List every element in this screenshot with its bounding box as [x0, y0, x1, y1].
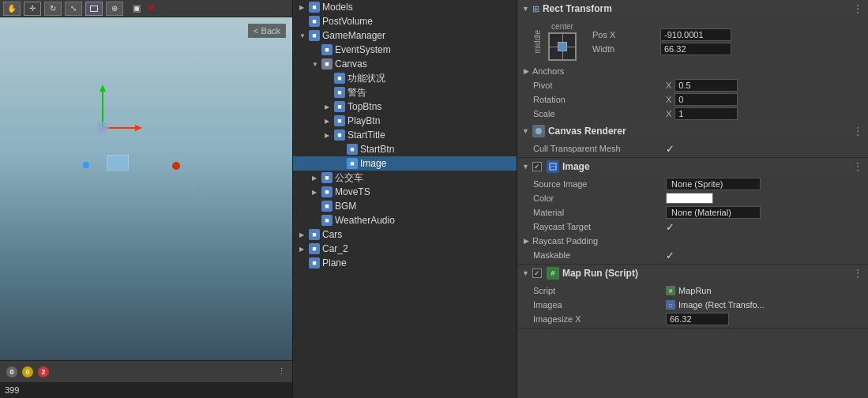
hierarchy-item-models[interactable]: ▶ ■ Models: [293, 0, 517, 14]
hierarchy-item-playbtn[interactable]: ▶ ■ PlayBtn: [293, 114, 517, 128]
width-input[interactable]: [660, 43, 731, 55]
hierarchy-item-plane[interactable]: ■ Plane: [293, 256, 517, 270]
rect-transform-widget[interactable]: [548, 32, 577, 61]
imagesize-value: [666, 313, 862, 325]
color-row: Color: [517, 191, 868, 205]
maskable-value: ✓: [666, 250, 862, 261]
pos-x-input[interactable]: [660, 28, 731, 41]
pivot-x-input[interactable]: [674, 79, 738, 92]
rotation-x-input[interactable]: [674, 93, 738, 106]
expand-icon-starttitle: ▶: [325, 132, 334, 139]
scale-x-input[interactable]: [674, 107, 738, 120]
close-icon[interactable]: ✕: [147, 2, 156, 14]
hierarchy-item-eventsystem[interactable]: ■ EventSystem: [293, 43, 517, 57]
pivot-row: Pivot X: [517, 78, 868, 92]
cull-mesh-label: Cull Transparent Mesh: [524, 144, 666, 153]
hierarchy-item-image[interactable]: ■ Image: [293, 156, 517, 171]
image-component-menu-icon[interactable]: ⋮: [852, 160, 863, 173]
alert-label: 警告: [348, 86, 366, 100]
raycast-padding-collapse[interactable]: ▶: [524, 237, 529, 245]
more-options-icon[interactable]: ⋮: [277, 366, 286, 377]
hierarchy-item-gamemanager[interactable]: ▼ ■ GameManager: [293, 28, 517, 43]
canvas-renderer-header[interactable]: ▼ Canvas Renderer ⋮: [517, 122, 868, 140]
map-run-header[interactable]: ▼ ✓ # Map Run (Script) ⋮: [517, 265, 868, 282]
transform-label: ▣: [133, 3, 141, 13]
error-icon: 2: [38, 366, 49, 377]
cars-label: Cars: [322, 229, 342, 240]
imagea-name[interactable]: Image (Rect Transfo...: [678, 300, 765, 310]
map-run-label: Map Run (Script): [562, 268, 638, 279]
imagea-value: :: Image (Rect Transfo...: [666, 300, 862, 310]
rect-tool-btn[interactable]: [85, 2, 103, 16]
anchors-collapse[interactable]: ▶: [524, 67, 529, 75]
raycast-target-checkmark: ✓: [666, 221, 674, 233]
rect-transform-header[interactable]: ▼ ⊞ Rect Transform ⋮: [517, 0, 868, 17]
hierarchy-item-status[interactable]: ■ 功能状况: [293, 71, 517, 85]
status-icon: ■: [334, 73, 345, 84]
scene-bottom-bar: 0 0 2 ⋮: [0, 360, 292, 382]
hierarchy-item-weatheraudio[interactable]: ■ WeatherAudio: [293, 213, 517, 227]
hierarchy-item-alert[interactable]: ■ 警告: [293, 85, 517, 100]
hierarchy-item-startbtn[interactable]: ■ StartBtn: [293, 142, 517, 156]
material-value: None (Material): [666, 206, 862, 219]
hierarchy-item-bus[interactable]: ▶ ■ 公交车: [293, 171, 517, 185]
hierarchy-item-starttitle[interactable]: ▶ ■ StartTitle: [293, 128, 517, 142]
imagesize-x-input[interactable]: [666, 313, 729, 325]
scale-label: Scale: [524, 109, 666, 118]
color-swatch[interactable]: [666, 193, 713, 204]
scene-object: [107, 155, 129, 171]
anchors-row: ▶ Anchors: [517, 64, 868, 78]
color-label: Color: [524, 193, 666, 203]
maprun-icon: #: [547, 267, 559, 280]
collapse-arrow-image: ▼: [522, 163, 529, 171]
hierarchy-item-postvolume[interactable]: ■ PostVolume: [293, 14, 517, 28]
scale-x-label: X: [666, 109, 671, 118]
map-run-menu-icon[interactable]: ⋮: [852, 267, 863, 280]
image-component-header[interactable]: ▼ ✓ Image ⋮: [517, 158, 868, 175]
bgm-label: BGM: [335, 201, 356, 212]
hierarchy-item-canvas[interactable]: ▼ ■ Canvas: [293, 57, 517, 71]
canvas-renderer-menu-icon[interactable]: ⋮: [852, 125, 863, 137]
back-button[interactable]: < Back: [248, 24, 286, 38]
svg-marker-1: [100, 84, 106, 92]
rect-transform-menu-icon[interactable]: ⋮: [852, 2, 863, 15]
car2-label: Car_2: [322, 243, 348, 254]
transform-tool-btn[interactable]: ⊕: [106, 2, 123, 16]
width-label: Width: [592, 44, 656, 54]
material-field[interactable]: None (Material): [666, 206, 761, 219]
rotation-x-label: X: [666, 95, 671, 104]
color-value[interactable]: [666, 193, 862, 204]
pos-x-label: Pos X: [592, 30, 656, 39]
warning-badge: 0: [22, 366, 33, 377]
hierarchy-item-topbtns[interactable]: ▶ ■ TopBtns: [293, 100, 517, 114]
expand-icon-movets: ▶: [312, 189, 321, 196]
script-name[interactable]: MapRun: [678, 286, 712, 295]
image-component-section: ▼ ✓ Image ⋮ Source Image None (Sprite) C…: [517, 158, 868, 265]
scene-view[interactable]: < Back: [0, 17, 292, 360]
hierarchy-item-cars[interactable]: ▶ ■ Cars: [293, 227, 517, 242]
expand-icon-canvas: ▼: [312, 61, 321, 68]
hierarchy-item-bgm[interactable]: ■ BGM: [293, 199, 517, 213]
red-dot: [172, 162, 180, 170]
move-tool-btn[interactable]: ✛: [24, 2, 41, 16]
rotate-tool-btn[interactable]: ↻: [44, 2, 62, 16]
warning-icon: 0: [22, 366, 33, 377]
info-badge: 0: [6, 366, 17, 377]
expand-icon-car2: ▶: [299, 246, 309, 253]
raycast-target-value: ✓: [666, 221, 862, 233]
cull-mesh-checkmark: ✓: [666, 143, 674, 155]
source-image-row: Source Image None (Sprite): [517, 177, 868, 191]
map-run-section: ▼ ✓ # Map Run (Script) ⋮ Script # MapRun…: [517, 265, 868, 329]
maprun-enabled-checkbox[interactable]: ✓: [532, 268, 542, 278]
source-image-field[interactable]: None (Sprite): [666, 178, 761, 190]
expand-icon-playbtn: ▶: [325, 118, 334, 125]
scale-tool-btn[interactable]: ⤡: [65, 2, 82, 16]
rect-transform-label: Rect Transform: [543, 3, 612, 14]
hand-tool-btn[interactable]: ✋: [3, 2, 21, 16]
collapse-arrow-rect: ▼: [522, 5, 529, 13]
image-icon: ■: [347, 158, 358, 169]
bgm-icon: ■: [321, 201, 333, 212]
hierarchy-item-movets[interactable]: ▶ ■ MoveTS: [293, 185, 517, 199]
image-enabled-checkbox[interactable]: ✓: [532, 162, 542, 171]
hierarchy-item-car2[interactable]: ▶ ■ Car_2: [293, 242, 517, 256]
